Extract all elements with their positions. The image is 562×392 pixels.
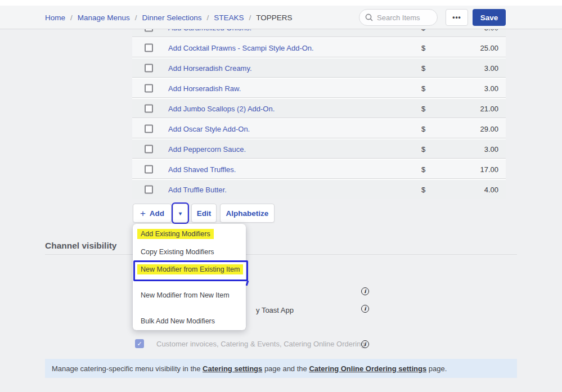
table-row: Add Oscar Style Add-On. $ 29.00 bbox=[132, 119, 506, 138]
channel-row-label-partial: y Toast App bbox=[256, 306, 294, 314]
breadcrumb: Home / Manage Menus / Dinner Selections … bbox=[45, 6, 293, 29]
currency-symbol: $ bbox=[421, 29, 425, 31]
info-icon[interactable]: i bbox=[361, 340, 369, 348]
row-checkbox[interactable] bbox=[145, 64, 153, 72]
breadcrumb-current-toppers: TOPPERS bbox=[256, 13, 292, 22]
catering-settings-link[interactable]: Catering settings bbox=[203, 364, 262, 373]
currency-symbol: $ bbox=[421, 104, 425, 112]
breadcrumb-separator: / bbox=[70, 13, 73, 22]
currency-symbol: $ bbox=[421, 145, 425, 153]
modifier-price: 3.00 bbox=[484, 84, 498, 92]
add-button[interactable]: + Add bbox=[133, 204, 172, 223]
add-dropdown-toggle[interactable]: ▾ bbox=[173, 204, 188, 223]
modifier-link[interactable]: Add Cocktail Prawns - Scampi Style Add-O… bbox=[168, 43, 314, 52]
row-checkbox[interactable] bbox=[145, 29, 153, 31]
breadcrumb-home[interactable]: Home bbox=[45, 13, 65, 22]
banner-text: Manage catering-specific menu visibility… bbox=[52, 364, 203, 373]
table-row: Add Cocktail Prawns - Scampi Style Add-O… bbox=[132, 38, 506, 57]
page: Home / Manage Menus / Dinner Selections … bbox=[0, 0, 562, 392]
row-checkbox[interactable] bbox=[145, 145, 153, 153]
row-checkbox[interactable] bbox=[145, 124, 153, 133]
breadcrumb-separator: / bbox=[206, 13, 209, 22]
modifier-table: Add Caramelized Onions. $ 3.00 Add Cockt… bbox=[132, 29, 506, 199]
row-checkbox[interactable] bbox=[145, 104, 153, 112]
catering-online-ordering-settings-link[interactable]: Catering Online Ordering settings bbox=[309, 364, 426, 373]
currency-symbol: $ bbox=[421, 64, 425, 72]
row-checkbox[interactable] bbox=[145, 165, 153, 173]
table-row: Add Jumbo Scallops (2) Add-On. $ 21.00 bbox=[132, 99, 506, 118]
menu-item-new-modifier-from-new-item[interactable]: New Modifier from New Item bbox=[141, 289, 230, 301]
search-box[interactable] bbox=[359, 9, 438, 26]
banner-text: page and the bbox=[262, 364, 309, 373]
modifier-price: 4.00 bbox=[484, 185, 498, 193]
breadcrumb-manage-menus[interactable]: Manage Menus bbox=[78, 13, 130, 22]
modifier-price: 3.00 bbox=[484, 145, 498, 153]
modifier-price: 25.00 bbox=[480, 43, 498, 52]
modifier-price: 29.00 bbox=[480, 124, 498, 133]
info-icon[interactable]: i bbox=[361, 287, 369, 295]
table-row: Add Truffle Butter. $ 4.00 bbox=[132, 180, 506, 199]
row-checkbox[interactable] bbox=[145, 185, 153, 193]
row-checkbox[interactable] bbox=[145, 43, 153, 52]
info-icon[interactable]: i bbox=[361, 305, 369, 313]
modifier-link[interactable]: Add Oscar Style Add-On. bbox=[168, 124, 250, 133]
section-divider bbox=[45, 254, 517, 255]
table-row: Add Horseradish Raw. $ 3.00 bbox=[132, 79, 506, 97]
modifier-link[interactable]: Add Horseradish Raw. bbox=[168, 84, 241, 92]
modifier-price: 17.00 bbox=[480, 165, 498, 173]
menu-item-add-existing-modifiers[interactable]: Add Existing Modifiers bbox=[141, 228, 210, 240]
modifier-price: 3.00 bbox=[484, 29, 498, 31]
plus-icon: + bbox=[140, 209, 146, 218]
catering-visibility-banner: Manage catering-specific menu visibility… bbox=[45, 359, 517, 378]
check-icon: ✓ bbox=[137, 340, 142, 348]
chevron-down-icon: ▾ bbox=[179, 210, 182, 217]
table-row: Add Shaved Truffles. $ 17.00 bbox=[132, 160, 506, 178]
currency-symbol: $ bbox=[421, 165, 425, 173]
menu-item-copy-existing-modifiers[interactable]: Copy Existing Modifiers bbox=[141, 246, 214, 258]
table-row: Add Caramelized Onions. $ 3.00 bbox=[132, 29, 506, 37]
menu-item-bulk-add-new-modifiers[interactable]: Bulk Add New Modifiers bbox=[141, 315, 215, 327]
highlight: Add Existing Modifiers bbox=[141, 229, 210, 239]
row-checkbox[interactable] bbox=[145, 84, 153, 92]
banner-text: page. bbox=[426, 364, 447, 373]
breadcrumb-separator: / bbox=[135, 13, 137, 22]
search-icon bbox=[365, 13, 373, 21]
alphabetize-button[interactable]: Alphabetize bbox=[220, 204, 275, 223]
annotation-rectangle-tail bbox=[246, 281, 249, 286]
topbar: Home / Manage Menus / Dinner Selections … bbox=[0, 6, 562, 29]
currency-symbol: $ bbox=[421, 124, 425, 133]
modifier-link[interactable]: Add Horseradish Creamy. bbox=[168, 64, 252, 72]
currency-symbol: $ bbox=[421, 84, 425, 92]
top-strip bbox=[0, 0, 562, 6]
more-options-button[interactable]: ••• bbox=[446, 9, 468, 26]
add-button-label: Add bbox=[150, 209, 164, 218]
channel-visibility-heading: Channel visibility bbox=[45, 241, 116, 251]
currency-symbol: $ bbox=[421, 185, 425, 193]
add-dropdown-menu: Add Existing Modifiers Copy Existing Mod… bbox=[133, 224, 246, 330]
table-row: Add Peppercorn Sauce. $ 3.00 bbox=[132, 139, 506, 158]
channel-checkbox-checked[interactable]: ✓ bbox=[135, 339, 144, 348]
menu-item-new-modifier-from-existing-item[interactable]: New Modifier from Existing Item bbox=[141, 263, 240, 276]
modifier-link[interactable]: Add Shaved Truffles. bbox=[168, 165, 236, 173]
search-input[interactable] bbox=[377, 13, 431, 22]
modifier-link[interactable]: Add Jumbo Scallops (2) Add-On. bbox=[168, 104, 275, 112]
highlight: New Modifier from Existing Item bbox=[141, 264, 240, 274]
table-row: Add Horseradish Creamy. $ 3.00 bbox=[132, 58, 506, 77]
breadcrumb-separator: / bbox=[249, 13, 251, 22]
breadcrumb-steaks[interactable]: STEAKS bbox=[214, 13, 244, 22]
edit-button[interactable]: Edit bbox=[191, 204, 217, 223]
modifier-link[interactable]: Add Truffle Butter. bbox=[168, 185, 227, 193]
modifier-price: 3.00 bbox=[484, 64, 498, 72]
modifier-link[interactable]: Add Caramelized Onions. bbox=[168, 29, 251, 31]
currency-symbol: $ bbox=[421, 43, 425, 52]
save-button[interactable]: Save bbox=[473, 9, 506, 26]
modifier-link[interactable]: Add Peppercorn Sauce. bbox=[168, 145, 246, 153]
breadcrumb-dinner-selections[interactable]: Dinner Selections bbox=[142, 13, 202, 22]
modifier-price: 21.00 bbox=[480, 104, 498, 112]
channel-row-label-disabled: Customer invoices, Catering & Events, Ca… bbox=[156, 340, 365, 348]
